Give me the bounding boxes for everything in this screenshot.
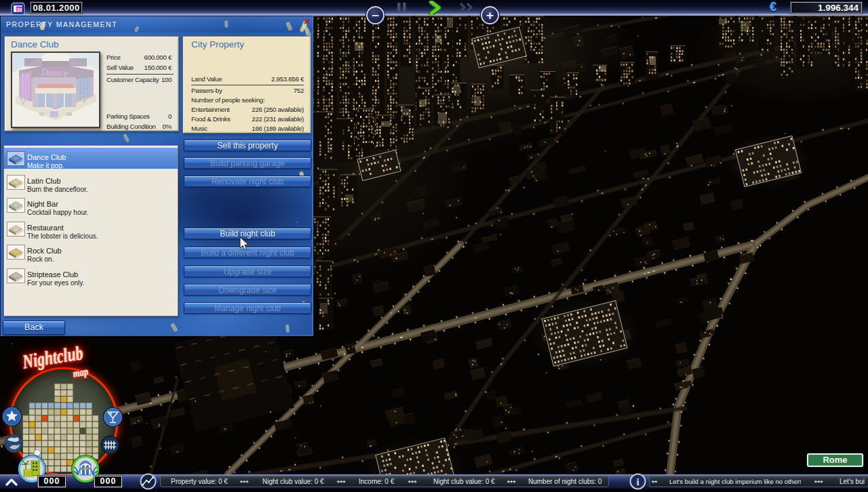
svg-text:i: i — [636, 476, 639, 487]
svg-text:30: 30 — [17, 7, 22, 12]
svg-text:Dance: Dance — [40, 66, 68, 79]
